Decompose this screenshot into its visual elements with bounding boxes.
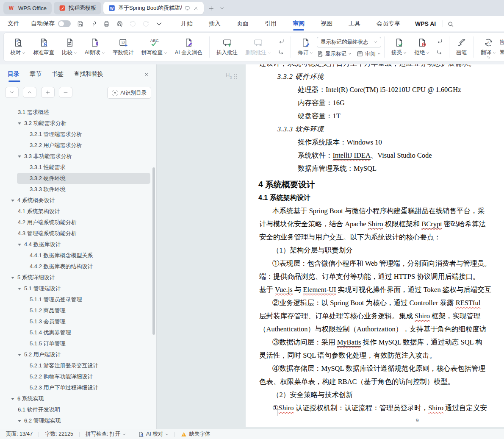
toc-item[interactable]: 5.1.2 商品管理 (0, 305, 152, 316)
previous-comment-icon[interactable] (277, 38, 286, 45)
toc-item[interactable]: 3.2.2 用户端需求分析 (0, 140, 152, 151)
doc-line[interactable]: 操作系统版本：Windows 10 (246, 136, 504, 149)
toc-item[interactable]: 4.4.2 数据库表的结构设计 (0, 261, 152, 272)
toc-item[interactable]: 5 系统详细设计 (0, 272, 152, 283)
toc-item[interactable]: 4.3 管理端系统功能分析 (0, 228, 152, 239)
menu-item-视图[interactable]: 视图 (320, 17, 333, 31)
toc-item[interactable]: 5.2 用户端设计 (0, 349, 152, 360)
toc-item[interactable]: 5.1 管理端设计 (0, 283, 152, 294)
doc-line[interactable]: 计与模块化安全策略，结合 Apache Shiro 权限框架和 BCrypt 密… (246, 217, 504, 231)
ribbon-button-to-traditional[interactable]: 简→转繁 (500, 39, 504, 46)
toc-item[interactable]: 4.1 系统架构设计 (0, 206, 152, 217)
new-tab-button[interactable] (206, 3, 217, 14)
toc-item[interactable]: 5.1.5 订单管理 (0, 338, 152, 349)
doc-line[interactable]: H33.3.2 硬件环境 (246, 70, 504, 83)
doc-line[interactable]: ③数据访问层：采用 MyBatis 操作 MySQL 数据库，通过动态 SQL … (246, 336, 504, 349)
toc-item[interactable]: 5.2.1 游客注册登录交互设计 (0, 360, 152, 371)
save-icon[interactable] (77, 20, 84, 28)
doc-line[interactable]: 3.3.3 软件环境 (246, 122, 504, 136)
doc-line[interactable]: 层封装库存管理、订单处理等核心业务逻辑。集成 Shiro 框架，实现管理 (246, 309, 504, 322)
toc-item[interactable]: 6.2 管理端实现 (0, 415, 152, 426)
ribbon-button-track-changes[interactable]: 修订 (294, 34, 317, 60)
previous-change-icon[interactable] (435, 38, 444, 45)
menu-item-插入[interactable]: 插入 (208, 17, 222, 31)
toc-item[interactable]: 3.2 功能需求分析 (0, 118, 152, 129)
toc-collapse-up-button[interactable] (23, 87, 36, 98)
ribbon-button-reject[interactable]: 拒绝 (410, 34, 433, 60)
tab-close-icon[interactable] (193, 6, 199, 11)
toc-item[interactable]: 5.1.1 管理员登录管理 (0, 294, 152, 305)
doc-line[interactable]: 硬盘容量：1T (246, 109, 504, 122)
ribbon-button-review-pane[interactable]: 审阅 (357, 50, 381, 58)
expand-arrow-icon[interactable] (11, 200, 14, 202)
toc-item[interactable]: 6 系统实现 (0, 393, 152, 404)
file-menu-button[interactable]: 文件 (5, 20, 19, 28)
sidebar-tab-查找和替换[interactable]: 查找和替换 (74, 70, 103, 82)
expand-arrow-icon[interactable] (11, 277, 14, 279)
doc-line[interactable]: 内存容量：16G (246, 96, 504, 109)
dialog-launcher-icon[interactable] (487, 53, 491, 61)
menu-item-开始[interactable]: 开始 (180, 17, 194, 31)
markup-state-select[interactable]: 显示标记的最终状态 (317, 37, 381, 47)
doc-line[interactable]: 处理器：Intel(R) Core(TM) i5-10210U CPU @ 1.… (246, 83, 504, 96)
toc-item[interactable]: 5.1.3 会员管理 (0, 316, 152, 327)
window-tab[interactable]: WWPS Office (3, 2, 52, 14)
ribbon-button-delete-comment[interactable]: 删除批注 (241, 34, 275, 60)
toc-expand-down-button[interactable] (5, 87, 19, 98)
doc-line[interactable]: ④数据存储层：MySQL 数据库设计遵循规范化原则，核心表包括管理 (246, 362, 504, 375)
doc-line[interactable]: 迁设计，系统可稳定支撑百万上千万单量级，适应业务动态扩展需求。 (246, 64, 504, 70)
wps-ai-button[interactable]: WPS AI (413, 20, 436, 27)
window-tab[interactable]: 找稻壳模板 (54, 2, 101, 14)
doc-line[interactable]: 系统软件：IntelliJ IDEA、Visual Studio Code (246, 149, 504, 162)
menu-item-页面[interactable]: 页面 (236, 17, 249, 31)
toc-item[interactable]: 5.2.3 用户下单过程详细设计 (0, 382, 152, 393)
toc-item[interactable]: 3.3.2 硬件环境 (0, 173, 152, 184)
ribbon-button-to-simplified[interactable]: 繁→转简 (500, 49, 504, 56)
ribbon-button-show-markup[interactable]: 显示标记 (317, 50, 352, 58)
share-icon[interactable] (90, 20, 97, 28)
status-ai-proofread-button[interactable]: AI 校对 (138, 431, 169, 438)
print-preview-icon[interactable] (116, 20, 123, 28)
expand-arrow-icon[interactable] (11, 398, 14, 400)
toc-item[interactable]: 4 系统概要设计 (0, 195, 152, 206)
toc-item[interactable]: 4.2 用户端系统功能分析 (0, 217, 152, 228)
toc-zoom-out-button[interactable] (59, 87, 72, 98)
toc-zoom-in-button[interactable] (41, 87, 55, 98)
undo-icon[interactable] (129, 20, 136, 28)
toc-item[interactable]: 3.2.1 管理端需求分析 (0, 129, 152, 140)
more-chevron-icon[interactable] (155, 20, 163, 28)
toc-item[interactable]: 4.4 数据库设计 (0, 239, 152, 250)
ribbon-button-pen[interactable]: 画笔 (452, 34, 471, 60)
next-comment-icon[interactable] (277, 49, 286, 56)
search-button[interactable] (447, 20, 454, 27)
ribbon-button-insert-comment[interactable]: 插入批注 (213, 34, 241, 60)
doc-line[interactable]: ①表现层：包含微信小程序和 Web 管理端，分别面向消费者与管理员。 (246, 257, 504, 270)
doc-line[interactable]: 4.1 系统架构设计 (246, 191, 504, 204)
doc-line[interactable]: 端：提供商品浏览、订单支付等功能，通过 HTTPS 协议调用后端接口。 (246, 270, 504, 283)
menu-item-引用[interactable]: 引用 (264, 17, 277, 31)
ribbon-button-proofread[interactable]: 校对 (6, 34, 29, 60)
menu-item-会员专享[interactable]: 会员专享 (376, 17, 401, 31)
toc-item[interactable]: 3.3.3 软件环境 (0, 184, 152, 195)
heading-drag-handle[interactable]: H3 (226, 70, 238, 83)
ribbon-button-compare[interactable]: 比较 (58, 34, 81, 60)
expand-arrow-icon[interactable] (18, 156, 21, 158)
sidebar-tab-章节[interactable]: 章节 (30, 70, 42, 82)
expand-arrow-icon[interactable] (18, 420, 21, 422)
expand-arrow-icon[interactable] (18, 122, 21, 125)
expand-arrow-icon[interactable] (18, 244, 21, 246)
sidebar-tab-书签[interactable]: 书签 (52, 70, 64, 82)
next-change-icon[interactable] (435, 49, 444, 56)
sidebar-close-icon[interactable] (144, 70, 150, 78)
status-missing-font-warning[interactable]: 缺失字体 (181, 431, 210, 438)
toc-item[interactable]: 3.1 需求概述 (0, 107, 152, 118)
doc-line[interactable]: 数据库管理系统：MySQL (246, 162, 504, 175)
doc-line[interactable]: ②业务逻辑层：以 Spring Boot 为核心，通过 Controller 暴… (246, 296, 504, 309)
doc-line[interactable]: （2）安全策略与技术创新 (246, 388, 504, 401)
ribbon-button-accept[interactable]: 接受 (388, 34, 410, 60)
doc-line[interactable]: 本系统基于 Spring Boot 与微信小程序构建蛋糕甜品在线销售平台，采 (246, 204, 504, 217)
toc-item[interactable]: 4.4.1 数据库概念模型关系 (0, 250, 152, 261)
expand-arrow-icon[interactable] (18, 354, 21, 356)
window-tab[interactable]: W基于Spring Boot的蛋糕甜品 (103, 2, 204, 14)
expand-arrow-icon[interactable] (18, 288, 21, 290)
